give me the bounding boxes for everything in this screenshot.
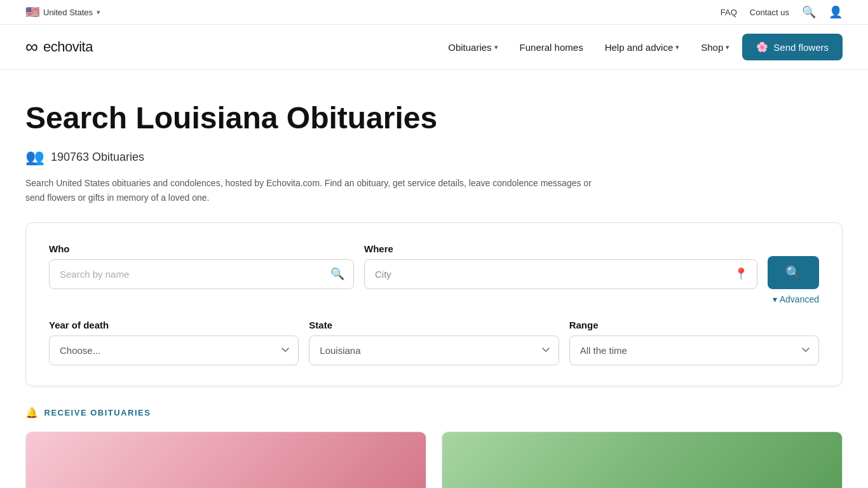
count-text: 190763 Obituaries (51, 151, 144, 164)
hero-section: Search Louisiana Obituaries 👥 190763 Obi… (0, 70, 868, 386)
account-icon-button[interactable]: 👤 (829, 5, 843, 19)
country-chevron-icon: ▾ (97, 8, 100, 17)
obituary-card-2[interactable] (442, 431, 843, 488)
contact-link[interactable]: Contact us (750, 8, 789, 17)
range-group: Range All the time Last year Last 5 year… (569, 320, 819, 365)
search-button[interactable]: 🔍 (768, 256, 819, 289)
logo-text: echovita (43, 39, 93, 55)
search-button-icon: 🔍 (785, 265, 801, 280)
cards-row (25, 431, 843, 488)
country-label: United States (43, 8, 93, 17)
logo-link[interactable]: ∞ echovita (25, 37, 93, 57)
where-group: Where City 📍 (364, 243, 757, 289)
nav-help[interactable]: Help and advice ▾ (596, 37, 689, 58)
card-image-1 (26, 432, 426, 488)
people-icon: 👥 (25, 148, 44, 166)
search-card: Who 🔍 Where City 📍 🔍 (25, 222, 843, 386)
range-select[interactable]: All the time Last year Last 5 years Last… (569, 336, 819, 365)
year-group: Year of death Choose... 2024 2023 2022 2… (49, 320, 299, 365)
city-select[interactable]: City (365, 260, 725, 288)
flowers-icon: 🌸 (756, 41, 768, 53)
nav-links: Obituaries ▾ Funeral homes Help and advi… (439, 34, 843, 60)
receive-header: 🔔 RECEIVE OBITUARIES (25, 407, 843, 419)
obituaries-chevron-icon: ▾ (494, 43, 498, 51)
who-label: Who (49, 243, 354, 254)
receive-label: RECEIVE OBITUARIES (44, 408, 151, 417)
name-search-input[interactable] (50, 260, 322, 288)
state-label: State (309, 320, 559, 330)
year-label: Year of death (49, 320, 299, 330)
send-flowers-button[interactable]: 🌸 Send flowers (742, 34, 843, 60)
hero-description: Search United States obituaries and cond… (25, 176, 597, 205)
location-icon[interactable]: 📍 (725, 267, 757, 281)
faq-link[interactable]: FAQ (721, 8, 737, 17)
advanced-search-row: Year of death Choose... 2024 2023 2022 2… (49, 320, 819, 365)
main-nav: ∞ echovita Obituaries ▾ Funeral homes He… (0, 25, 868, 70)
obituary-card-1[interactable] (25, 431, 426, 488)
card-image-2 (442, 432, 842, 488)
page-title: Search Louisiana Obituaries (25, 100, 843, 135)
obituary-count: 👥 190763 Obituaries (25, 148, 843, 166)
advanced-chevron-icon: ▾ (773, 294, 777, 304)
us-flag-icon: 🇺🇸 (25, 5, 39, 19)
nav-shop[interactable]: Shop ▾ (692, 37, 738, 58)
name-search-icon[interactable]: 🔍 (322, 267, 353, 281)
top-nav-links: FAQ Contact us 🔍 👤 (721, 5, 843, 19)
search-row-main: Who 🔍 Where City 📍 🔍 (49, 243, 819, 289)
where-label: Where (364, 243, 757, 254)
logo-icon: ∞ (25, 37, 38, 57)
range-label: Range (569, 320, 819, 330)
who-group: Who 🔍 (49, 243, 354, 289)
name-input-wrap: 🔍 (49, 259, 354, 289)
nav-obituaries[interactable]: Obituaries ▾ (439, 37, 506, 58)
state-select[interactable]: Louisiana Alabama Alaska Arizona Califor… (309, 336, 559, 365)
receive-section: 🔔 RECEIVE OBITUARIES (0, 407, 868, 488)
shop-chevron-icon: ▾ (726, 43, 729, 51)
bell-icon: 🔔 (25, 407, 39, 419)
country-selector[interactable]: 🇺🇸 United States ▾ (25, 5, 100, 19)
advanced-label: Advanced (780, 294, 819, 304)
help-chevron-icon: ▾ (675, 43, 679, 51)
advanced-toggle[interactable]: ▾ Advanced (49, 294, 819, 304)
nav-funeral-homes[interactable]: Funeral homes (511, 37, 592, 58)
state-group: State Louisiana Alabama Alaska Arizona C… (309, 320, 559, 365)
search-icon-button[interactable]: 🔍 (802, 5, 816, 19)
year-select[interactable]: Choose... 2024 2023 2022 2021 2020 (49, 336, 299, 365)
top-bar: 🇺🇸 United States ▾ FAQ Contact us 🔍 👤 (0, 0, 868, 25)
city-select-wrap: City 📍 (364, 259, 757, 289)
